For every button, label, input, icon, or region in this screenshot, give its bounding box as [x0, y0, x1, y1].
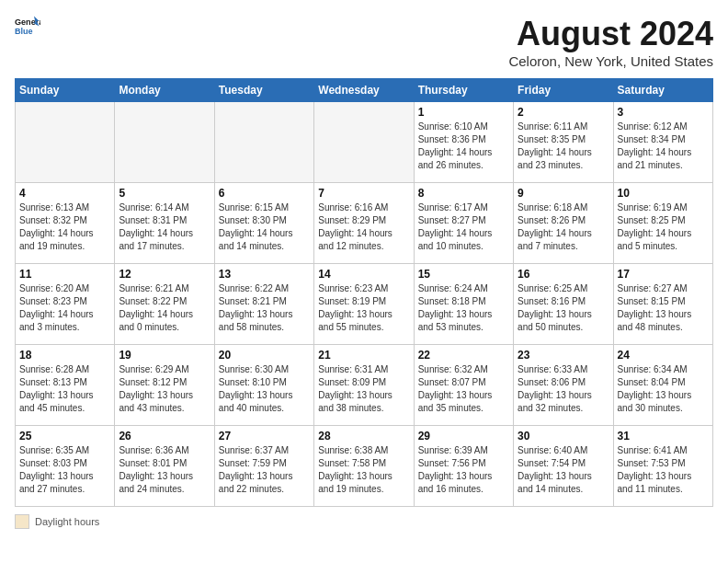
calendar-cell: 4 Sunrise: 6:13 AM Sunset: 8:32 PM Dayli… [16, 183, 115, 264]
day-number: 1 [418, 106, 509, 119]
cell-info: Sunrise: 6:32 AM Sunset: 8:07 PM Dayligh… [418, 363, 509, 415]
column-header-tuesday: Tuesday [214, 79, 313, 102]
column-header-monday: Monday [115, 79, 214, 102]
calendar-cell: 5 Sunrise: 6:14 AM Sunset: 8:31 PM Dayli… [115, 183, 214, 264]
calendar-cell: 8 Sunrise: 6:17 AM Sunset: 8:27 PM Dayli… [414, 183, 513, 264]
calendar-cell: 10 Sunrise: 6:19 AM Sunset: 8:25 PM Dayl… [613, 183, 712, 264]
cell-info: Sunrise: 6:13 AM Sunset: 8:32 PM Dayligh… [19, 201, 110, 253]
cell-info: Sunrise: 6:27 AM Sunset: 8:15 PM Dayligh… [618, 282, 709, 334]
cell-info: Sunrise: 6:37 AM Sunset: 7:59 PM Dayligh… [219, 444, 310, 496]
cell-info: Sunrise: 6:17 AM Sunset: 8:27 PM Dayligh… [418, 201, 509, 253]
calendar-cell: 3 Sunrise: 6:12 AM Sunset: 8:34 PM Dayli… [613, 102, 712, 183]
cell-info: Sunrise: 6:34 AM Sunset: 8:04 PM Dayligh… [618, 363, 709, 415]
calendar-cell: 7 Sunrise: 6:16 AM Sunset: 8:29 PM Dayli… [314, 183, 414, 264]
day-number: 14 [318, 268, 409, 281]
calendar-cell: 12 Sunrise: 6:21 AM Sunset: 8:22 PM Dayl… [115, 264, 214, 345]
cell-info: Sunrise: 6:23 AM Sunset: 8:19 PM Dayligh… [318, 282, 409, 334]
calendar-week-5: 25 Sunrise: 6:35 AM Sunset: 8:03 PM Dayl… [16, 426, 713, 507]
calendar-cell: 13 Sunrise: 6:22 AM Sunset: 8:21 PM Dayl… [214, 264, 313, 345]
day-number: 4 [19, 187, 110, 200]
cell-info: Sunrise: 6:36 AM Sunset: 8:01 PM Dayligh… [119, 444, 210, 496]
day-number: 26 [119, 430, 210, 442]
legend-color [15, 514, 29, 529]
legend: Daylight hours [15, 514, 713, 529]
cell-info: Sunrise: 6:15 AM Sunset: 8:30 PM Dayligh… [219, 201, 310, 253]
day-number: 13 [219, 268, 310, 281]
logo-text: General Blue [15, 15, 40, 44]
calendar-cell: 2 Sunrise: 6:11 AM Sunset: 8:35 PM Dayli… [514, 102, 613, 183]
cell-info: Sunrise: 6:39 AM Sunset: 7:56 PM Dayligh… [418, 444, 509, 496]
day-number: 27 [219, 430, 310, 442]
cell-info: Sunrise: 6:41 AM Sunset: 7:53 PM Dayligh… [618, 444, 709, 496]
cell-info: Sunrise: 6:25 AM Sunset: 8:16 PM Dayligh… [518, 282, 609, 334]
calendar-cell: 14 Sunrise: 6:23 AM Sunset: 8:19 PM Dayl… [314, 264, 414, 345]
cell-info: Sunrise: 6:40 AM Sunset: 7:54 PM Dayligh… [518, 444, 609, 496]
calendar-cell: 30 Sunrise: 6:40 AM Sunset: 7:54 PM Dayl… [514, 426, 613, 507]
day-number: 19 [119, 349, 210, 362]
day-number: 31 [618, 430, 709, 442]
calendar-header-row: SundayMondayTuesdayWednesdayThursdayFrid… [16, 79, 713, 102]
calendar-cell: 26 Sunrise: 6:36 AM Sunset: 8:01 PM Dayl… [115, 426, 214, 507]
day-number: 17 [618, 268, 709, 281]
cell-info: Sunrise: 6:12 AM Sunset: 8:34 PM Dayligh… [618, 121, 709, 172]
cell-info: Sunrise: 6:14 AM Sunset: 8:31 PM Dayligh… [119, 201, 210, 253]
day-number: 12 [119, 268, 210, 281]
calendar-cell: 21 Sunrise: 6:31 AM Sunset: 8:09 PM Dayl… [314, 345, 414, 426]
cell-info: Sunrise: 6:11 AM Sunset: 8:35 PM Dayligh… [518, 121, 609, 172]
cell-info: Sunrise: 6:18 AM Sunset: 8:26 PM Dayligh… [518, 201, 609, 253]
cell-info: Sunrise: 6:30 AM Sunset: 8:10 PM Dayligh… [219, 363, 310, 415]
day-number: 22 [418, 349, 509, 362]
calendar-cell [16, 102, 115, 183]
calendar-week-2: 4 Sunrise: 6:13 AM Sunset: 8:32 PM Dayli… [16, 183, 713, 264]
calendar-cell: 24 Sunrise: 6:34 AM Sunset: 8:04 PM Dayl… [613, 345, 712, 426]
column-header-sunday: Sunday [16, 79, 115, 102]
day-number: 30 [518, 430, 609, 442]
calendar-cell: 28 Sunrise: 6:38 AM Sunset: 7:58 PM Dayl… [314, 426, 414, 507]
calendar-cell: 22 Sunrise: 6:32 AM Sunset: 8:07 PM Dayl… [414, 345, 513, 426]
calendar-cell [214, 102, 313, 183]
legend-label: Daylight hours [35, 516, 99, 527]
calendar-cell: 31 Sunrise: 6:41 AM Sunset: 7:53 PM Dayl… [613, 426, 712, 507]
day-number: 20 [219, 349, 310, 362]
cell-info: Sunrise: 6:33 AM Sunset: 8:06 PM Dayligh… [518, 363, 609, 415]
page-header: General Blue August 2024 Celoron, New Yo… [15, 15, 713, 69]
day-number: 23 [518, 349, 609, 362]
cell-info: Sunrise: 6:22 AM Sunset: 8:21 PM Dayligh… [219, 282, 310, 334]
calendar-cell: 16 Sunrise: 6:25 AM Sunset: 8:16 PM Dayl… [514, 264, 613, 345]
calendar-cell [314, 102, 414, 183]
column-header-thursday: Thursday [414, 79, 513, 102]
day-number: 21 [318, 349, 409, 362]
cell-info: Sunrise: 6:24 AM Sunset: 8:18 PM Dayligh… [418, 282, 509, 334]
day-number: 28 [318, 430, 409, 442]
cell-info: Sunrise: 6:21 AM Sunset: 8:22 PM Dayligh… [119, 282, 210, 334]
cell-info: Sunrise: 6:16 AM Sunset: 8:29 PM Dayligh… [318, 201, 409, 253]
cell-info: Sunrise: 6:35 AM Sunset: 8:03 PM Dayligh… [19, 444, 110, 496]
cell-info: Sunrise: 6:31 AM Sunset: 8:09 PM Dayligh… [318, 363, 409, 415]
calendar-week-4: 18 Sunrise: 6:28 AM Sunset: 8:13 PM Dayl… [16, 345, 713, 426]
day-number: 18 [19, 349, 110, 362]
day-number: 10 [618, 187, 709, 200]
location: Celoron, New York, United States [508, 53, 713, 69]
day-number: 6 [219, 187, 310, 200]
cell-info: Sunrise: 6:29 AM Sunset: 8:12 PM Dayligh… [119, 363, 210, 415]
calendar-cell: 20 Sunrise: 6:30 AM Sunset: 8:10 PM Dayl… [214, 345, 313, 426]
calendar-cell: 19 Sunrise: 6:29 AM Sunset: 8:12 PM Dayl… [115, 345, 214, 426]
svg-text:Blue: Blue [15, 27, 33, 36]
day-number: 5 [119, 187, 210, 200]
cell-info: Sunrise: 6:28 AM Sunset: 8:13 PM Dayligh… [19, 363, 110, 415]
day-number: 7 [318, 187, 409, 200]
column-header-saturday: Saturday [613, 79, 712, 102]
day-number: 9 [518, 187, 609, 200]
month-year: August 2024 [508, 15, 713, 53]
title-block: August 2024 Celoron, New York, United St… [508, 15, 713, 69]
calendar-cell: 9 Sunrise: 6:18 AM Sunset: 8:26 PM Dayli… [514, 183, 613, 264]
calendar-cell [115, 102, 214, 183]
calendar-cell: 25 Sunrise: 6:35 AM Sunset: 8:03 PM Dayl… [16, 426, 115, 507]
cell-info: Sunrise: 6:19 AM Sunset: 8:25 PM Dayligh… [618, 201, 709, 253]
calendar-cell: 6 Sunrise: 6:15 AM Sunset: 8:30 PM Dayli… [214, 183, 313, 264]
calendar-cell: 15 Sunrise: 6:24 AM Sunset: 8:18 PM Dayl… [414, 264, 513, 345]
calendar-cell: 18 Sunrise: 6:28 AM Sunset: 8:13 PM Dayl… [16, 345, 115, 426]
day-number: 25 [19, 430, 110, 442]
calendar-cell: 27 Sunrise: 6:37 AM Sunset: 7:59 PM Dayl… [214, 426, 313, 507]
calendar-body: 1 Sunrise: 6:10 AM Sunset: 8:36 PM Dayli… [16, 102, 713, 507]
